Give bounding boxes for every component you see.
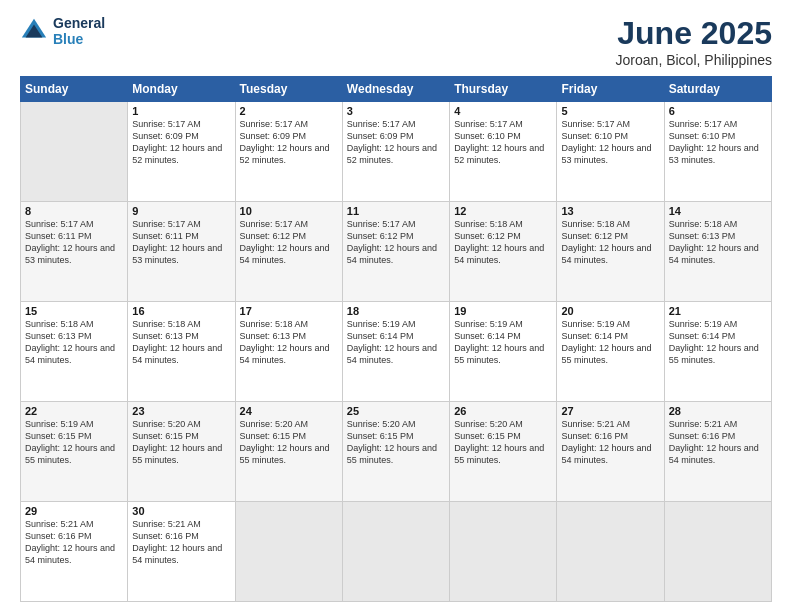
day-number: 22 [25,405,123,417]
col-header-thursday: Thursday [450,77,557,102]
day-number: 25 [347,405,445,417]
day-number: 9 [132,205,230,217]
day-number: 5 [561,105,659,117]
calendar-cell-w3d6: 28Sunrise: 5:21 AMSunset: 6:16 PMDayligh… [664,402,771,502]
day-number: 27 [561,405,659,417]
calendar-cell-w2d0: 15Sunrise: 5:18 AMSunset: 6:13 PMDayligh… [21,302,128,402]
day-number: 4 [454,105,552,117]
cell-content: Sunrise: 5:21 AMSunset: 6:16 PMDaylight:… [25,518,123,567]
cell-content: Sunrise: 5:18 AMSunset: 6:13 PMDaylight:… [132,318,230,367]
calendar-cell-w0d1: 1Sunrise: 5:17 AMSunset: 6:09 PMDaylight… [128,102,235,202]
page: General Blue June 2025 Joroan, Bicol, Ph… [0,0,792,612]
cell-content: Sunrise: 5:17 AMSunset: 6:09 PMDaylight:… [240,118,338,167]
cell-content: Sunrise: 5:21 AMSunset: 6:16 PMDaylight:… [561,418,659,467]
calendar-cell-w2d3: 18Sunrise: 5:19 AMSunset: 6:14 PMDayligh… [342,302,449,402]
header: General Blue June 2025 Joroan, Bicol, Ph… [20,15,772,68]
day-number: 16 [132,305,230,317]
calendar-table: SundayMondayTuesdayWednesdayThursdayFrid… [20,76,772,602]
logo: General Blue [20,15,105,47]
cell-content: Sunrise: 5:17 AMSunset: 6:10 PMDaylight:… [454,118,552,167]
cell-content: Sunrise: 5:20 AMSunset: 6:15 PMDaylight:… [454,418,552,467]
calendar-cell-w3d1: 23Sunrise: 5:20 AMSunset: 6:15 PMDayligh… [128,402,235,502]
week-row-1: 1Sunrise: 5:17 AMSunset: 6:09 PMDaylight… [21,102,772,202]
week-row-5: 29Sunrise: 5:21 AMSunset: 6:16 PMDayligh… [21,502,772,602]
calendar-cell-w0d3: 3Sunrise: 5:17 AMSunset: 6:09 PMDaylight… [342,102,449,202]
cell-content: Sunrise: 5:18 AMSunset: 6:12 PMDaylight:… [561,218,659,267]
col-header-wednesday: Wednesday [342,77,449,102]
calendar-cell-w0d6: 6Sunrise: 5:17 AMSunset: 6:10 PMDaylight… [664,102,771,202]
cell-content: Sunrise: 5:20 AMSunset: 6:15 PMDaylight:… [240,418,338,467]
cell-content: Sunrise: 5:17 AMSunset: 6:12 PMDaylight:… [240,218,338,267]
cell-content: Sunrise: 5:20 AMSunset: 6:15 PMDaylight:… [347,418,445,467]
col-header-sunday: Sunday [21,77,128,102]
day-number: 29 [25,505,123,517]
cell-content: Sunrise: 5:21 AMSunset: 6:16 PMDaylight:… [669,418,767,467]
calendar-cell-w0d2: 2Sunrise: 5:17 AMSunset: 6:09 PMDaylight… [235,102,342,202]
day-number: 23 [132,405,230,417]
day-number: 30 [132,505,230,517]
calendar-cell-w2d5: 20Sunrise: 5:19 AMSunset: 6:14 PMDayligh… [557,302,664,402]
calendar-cell-w2d4: 19Sunrise: 5:19 AMSunset: 6:14 PMDayligh… [450,302,557,402]
week-row-4: 22Sunrise: 5:19 AMSunset: 6:15 PMDayligh… [21,402,772,502]
day-number: 1 [132,105,230,117]
day-number: 19 [454,305,552,317]
calendar-cell-w4d5 [557,502,664,602]
day-number: 13 [561,205,659,217]
day-number: 21 [669,305,767,317]
day-number: 2 [240,105,338,117]
day-number: 8 [25,205,123,217]
calendar-cell-w0d5: 5Sunrise: 5:17 AMSunset: 6:10 PMDaylight… [557,102,664,202]
logo-icon [20,17,48,45]
day-number: 26 [454,405,552,417]
calendar-cell-w1d3: 11Sunrise: 5:17 AMSunset: 6:12 PMDayligh… [342,202,449,302]
day-number: 28 [669,405,767,417]
day-number: 11 [347,205,445,217]
cell-content: Sunrise: 5:18 AMSunset: 6:13 PMDaylight:… [240,318,338,367]
day-number: 12 [454,205,552,217]
cell-content: Sunrise: 5:18 AMSunset: 6:12 PMDaylight:… [454,218,552,267]
day-number: 10 [240,205,338,217]
calendar-cell-w3d5: 27Sunrise: 5:21 AMSunset: 6:16 PMDayligh… [557,402,664,502]
calendar-cell-w3d4: 26Sunrise: 5:20 AMSunset: 6:15 PMDayligh… [450,402,557,502]
col-header-friday: Friday [557,77,664,102]
cell-content: Sunrise: 5:17 AMSunset: 6:11 PMDaylight:… [25,218,123,267]
col-header-monday: Monday [128,77,235,102]
calendar-cell-w1d4: 12Sunrise: 5:18 AMSunset: 6:12 PMDayligh… [450,202,557,302]
cell-content: Sunrise: 5:17 AMSunset: 6:10 PMDaylight:… [669,118,767,167]
cell-content: Sunrise: 5:19 AMSunset: 6:14 PMDaylight:… [561,318,659,367]
calendar-cell-w3d0: 22Sunrise: 5:19 AMSunset: 6:15 PMDayligh… [21,402,128,502]
title-block: June 2025 Joroan, Bicol, Philippines [616,15,772,68]
cell-content: Sunrise: 5:17 AMSunset: 6:09 PMDaylight:… [347,118,445,167]
cell-content: Sunrise: 5:20 AMSunset: 6:15 PMDaylight:… [132,418,230,467]
calendar-cell-w1d1: 9Sunrise: 5:17 AMSunset: 6:11 PMDaylight… [128,202,235,302]
cell-content: Sunrise: 5:18 AMSunset: 6:13 PMDaylight:… [25,318,123,367]
cell-content: Sunrise: 5:17 AMSunset: 6:09 PMDaylight:… [132,118,230,167]
cell-content: Sunrise: 5:17 AMSunset: 6:11 PMDaylight:… [132,218,230,267]
cell-content: Sunrise: 5:18 AMSunset: 6:13 PMDaylight:… [669,218,767,267]
calendar-cell-w0d0 [21,102,128,202]
calendar-subtitle: Joroan, Bicol, Philippines [616,52,772,68]
calendar-cell-w3d3: 25Sunrise: 5:20 AMSunset: 6:15 PMDayligh… [342,402,449,502]
day-number: 3 [347,105,445,117]
cell-content: Sunrise: 5:17 AMSunset: 6:10 PMDaylight:… [561,118,659,167]
logo-text: General Blue [53,15,105,47]
cell-content: Sunrise: 5:19 AMSunset: 6:14 PMDaylight:… [454,318,552,367]
day-number: 15 [25,305,123,317]
day-number: 18 [347,305,445,317]
calendar-cell-w4d6 [664,502,771,602]
cell-content: Sunrise: 5:19 AMSunset: 6:14 PMDaylight:… [669,318,767,367]
calendar-cell-w2d1: 16Sunrise: 5:18 AMSunset: 6:13 PMDayligh… [128,302,235,402]
col-header-tuesday: Tuesday [235,77,342,102]
cell-content: Sunrise: 5:17 AMSunset: 6:12 PMDaylight:… [347,218,445,267]
cell-content: Sunrise: 5:19 AMSunset: 6:15 PMDaylight:… [25,418,123,467]
calendar-cell-w1d2: 10Sunrise: 5:17 AMSunset: 6:12 PMDayligh… [235,202,342,302]
calendar-cell-w4d0: 29Sunrise: 5:21 AMSunset: 6:16 PMDayligh… [21,502,128,602]
calendar-cell-w4d2 [235,502,342,602]
calendar-cell-w4d3 [342,502,449,602]
calendar-cell-w0d4: 4Sunrise: 5:17 AMSunset: 6:10 PMDaylight… [450,102,557,202]
week-row-3: 15Sunrise: 5:18 AMSunset: 6:13 PMDayligh… [21,302,772,402]
calendar-cell-w2d6: 21Sunrise: 5:19 AMSunset: 6:14 PMDayligh… [664,302,771,402]
day-number: 17 [240,305,338,317]
day-number: 14 [669,205,767,217]
calendar-cell-w4d4 [450,502,557,602]
